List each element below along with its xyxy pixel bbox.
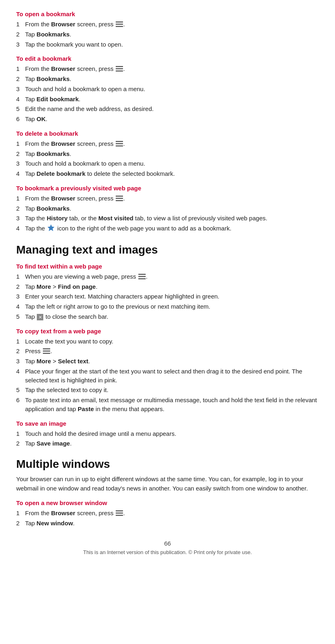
step-text: Touch and hold a bookmark to open a menu… [25,159,145,168]
step-number: 4 [16,367,25,376]
section-heading-open-bookmark: To open a bookmark [16,11,319,17]
step-item: 1 From the Browser screen, press . [16,20,319,29]
step-text: Tap the History tab, or the Most visited… [25,214,267,223]
step-number: 1 [16,194,25,203]
section-heading-edit-bookmark: To edit a bookmark [16,55,319,62]
svg-rect-7 [116,143,123,144]
step-item: 3 Touch and hold a bookmark to open a me… [16,85,319,94]
step-item: 2 Tap Save image. [16,439,319,448]
svg-rect-1 [116,24,123,25]
step-text: Tap New window. [25,519,75,528]
step-text: Tap More > Find on page. [25,282,98,291]
section-copy-text: To copy text from a web page 1 Locate th… [16,328,319,414]
step-text: To paste text into an email, text messag… [25,396,319,414]
svg-rect-15 [138,278,146,279]
svg-rect-13 [138,274,146,275]
step-item: 4 Place your finger at the start of the … [16,367,319,385]
step-number: 2 [16,204,25,213]
page-number: 66 [16,540,319,547]
step-item: 4 Tap the left or right arrow to go to t… [16,302,319,311]
step-item: 1 From the Browser screen, press . [16,509,319,518]
svg-rect-14 [138,276,146,277]
step-number: 4 [16,224,25,233]
page-content: To open a bookmark 1 From the Browser sc… [16,11,319,555]
step-number: 1 [16,272,25,281]
step-number: 3 [16,214,25,223]
section-find-text: To find text within a web page 1 When yo… [16,263,319,321]
section-heading-new-window: To open a new browser window [16,499,319,506]
steps-edit-bookmark: 1 From the Browser screen, press . 2 Tap… [16,64,319,124]
section-new-window: To open a new browser window 1 From the … [16,499,319,528]
steps-open-bookmark: 1 From the Browser screen, press . 2 Tap… [16,20,319,49]
step-item: 1 Locate the text you want to copy. [16,337,319,346]
svg-rect-11 [116,200,123,201]
section-heading-find-text: To find text within a web page [16,263,319,270]
menu-icon [116,196,123,201]
step-text: Place your finger at the start of the te… [25,367,319,385]
step-text: Tap the icon to the right of the web pag… [25,224,231,234]
step-item: 3 Tap the bookmark you want to open. [16,40,319,49]
step-text: Tap Save image. [25,439,72,448]
step-number: 4 [16,95,25,104]
step-item: 3 Touch and hold a bookmark to open a me… [16,159,319,168]
step-item: 2 Tap More > Find on page. [16,282,319,291]
star-icon [47,224,55,234]
svg-rect-4 [116,68,123,70]
page-footer: 66 This is an Internet version of this p… [16,540,319,555]
step-number: 3 [16,292,25,301]
step-item: 5 Edit the name and the web address, as … [16,104,319,113]
step-item: 6 To paste text into an email, text mess… [16,396,319,414]
step-text: Tap More > Select text. [25,357,90,366]
step-number: 1 [16,139,25,148]
svg-rect-8 [116,145,123,147]
step-text: Touch and hold a bookmark to open a menu… [25,85,145,94]
step-item: 2 Tap Bookmarks. [16,204,319,213]
svg-rect-9 [116,196,123,197]
step-text: Tap Bookmarks. [25,30,71,39]
steps-bookmark-visited: 1 From the Browser screen, press . 2 Tap… [16,194,319,234]
step-number: 2 [16,282,25,291]
step-text: From the Browser screen, press . [25,139,125,148]
section-heading-save-image: To save an image [16,420,319,427]
section-bookmark-visited: To bookmark a previously visited web pag… [16,185,319,234]
step-text: Press . [25,347,52,356]
step-item: 2 Tap New window. [16,519,319,528]
step-number: 2 [16,347,25,356]
step-text: When you are viewing a web page, press . [25,272,148,281]
section-delete-bookmark: To delete a bookmark 1 From the Browser … [16,130,319,178]
step-number: 6 [16,396,25,405]
step-number: 5 [16,312,25,321]
step-number: 2 [16,149,25,158]
step-text: Tap Bookmarks. [25,149,71,158]
section-heading-bookmark-visited: To bookmark a previously visited web pag… [16,185,319,192]
svg-rect-0 [116,21,123,23]
menu-icon [116,510,123,516]
step-item: 2 Tap Bookmarks. [16,149,319,158]
step-text: From the Browser screen, press . [25,509,125,518]
step-item: 2 Tap Bookmarks. [16,30,319,39]
svg-rect-5 [116,70,123,72]
steps-delete-bookmark: 1 From the Browser screen, press . 2 Tap… [16,139,319,178]
steps-copy-text: 1 Locate the text you want to copy. 2 Pr… [16,337,319,414]
step-item: 5 Tap ✕ to close the search bar. [16,312,319,321]
step-item: 1 When you are viewing a web page, press… [16,272,319,281]
step-text: Tap the selected text to copy it. [25,386,108,395]
section-save-image: To save an image 1 Touch and hold the de… [16,420,319,448]
footer-note: This is an Internet version of this publ… [16,549,319,555]
step-number: 1 [16,509,25,518]
step-text: From the Browser screen, press . [25,20,125,29]
step-item: 3 Tap More > Select text. [16,357,319,366]
section-edit-bookmark: To edit a bookmark 1 From the Browser sc… [16,55,319,124]
step-item: 6 Tap OK. [16,115,319,124]
step-item: 1 From the Browser screen, press . [16,139,319,148]
menu-icon [116,141,123,147]
section-heading-copy-text: To copy text from a web page [16,328,319,335]
step-text: Enter your search text. Matching charact… [25,292,219,301]
step-text: Tap ✕ to close the search bar. [25,312,108,321]
step-item: 3 Tap the History tab, or the Most visit… [16,214,319,223]
step-text: Tap Bookmarks. [25,204,71,213]
step-text: Tap the bookmark you want to open. [25,40,123,49]
svg-rect-20 [116,513,123,514]
step-text: Tap Edit bookmark. [25,95,81,104]
step-number: 2 [16,30,25,39]
